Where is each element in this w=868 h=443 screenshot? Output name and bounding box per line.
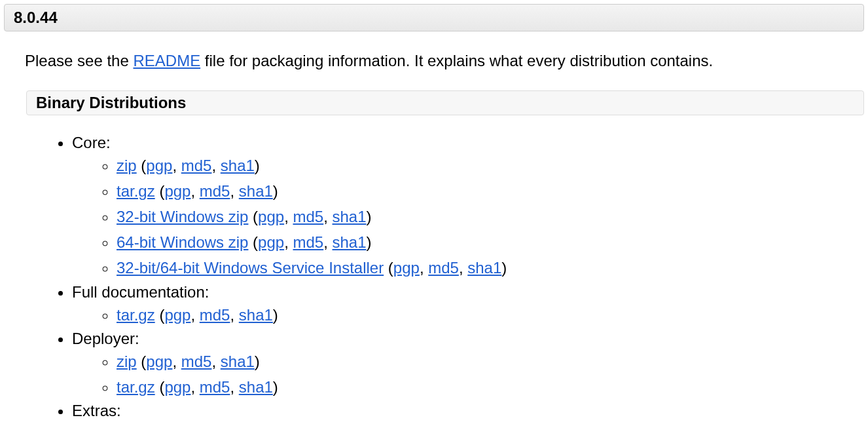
section-header: Binary Distributions (26, 90, 864, 115)
category-extras: Extras: (72, 402, 868, 420)
sig-link-pgp[interactable]: pgp (393, 259, 420, 277)
category-label: Deployer: (72, 330, 139, 347)
download-link[interactable]: tar.gz (117, 378, 155, 396)
list-item: zip (pgp, md5, sha1) (117, 349, 868, 374)
sig-link-md5[interactable]: md5 (200, 182, 230, 200)
sig-link-pgp[interactable]: pgp (164, 378, 190, 396)
sig-link-sha1[interactable]: sha1 (221, 157, 255, 174)
section-title: Binary Distributions (36, 94, 186, 111)
download-link[interactable]: zip (117, 157, 137, 174)
category-full-documentation: Full documentation: tar.gz (pgp, md5, sh… (72, 283, 868, 327)
version-number: 8.0.44 (14, 9, 58, 26)
sig-link-pgp[interactable]: pgp (146, 353, 172, 370)
category-label: Full documentation: (72, 283, 209, 301)
sig-link-md5[interactable]: md5 (293, 233, 323, 251)
download-link[interactable]: 64-bit Windows zip (117, 233, 248, 251)
sig-link-pgp[interactable]: pgp (146, 157, 172, 174)
sig-link-sha1[interactable]: sha1 (221, 353, 255, 370)
sig-link-pgp[interactable]: pgp (164, 306, 190, 324)
sig-link-sha1[interactable]: sha1 (239, 306, 273, 324)
sig-link-md5[interactable]: md5 (181, 353, 212, 370)
sig-link-sha1[interactable]: sha1 (239, 378, 273, 396)
list-item: tar.gz (pgp, md5, sha1) (117, 303, 868, 327)
sig-link-pgp[interactable]: pgp (258, 208, 284, 225)
category-label: Extras: (72, 402, 121, 419)
readme-link[interactable]: README (133, 52, 200, 69)
sig-link-md5[interactable]: md5 (181, 157, 212, 174)
list-item: 64-bit Windows zip (pgp, md5, sha1) (117, 230, 868, 254)
sig-link-sha1[interactable]: sha1 (467, 259, 501, 277)
sig-link-md5[interactable]: md5 (200, 306, 230, 324)
intro-prefix: Please see the (25, 52, 133, 69)
download-link[interactable]: tar.gz (117, 182, 155, 200)
list-item: tar.gz (pgp, md5, sha1) (117, 179, 868, 203)
download-link[interactable]: tar.gz (117, 306, 155, 324)
sig-link-pgp[interactable]: pgp (258, 233, 284, 251)
download-list: zip (pgp, md5, sha1) tar.gz (pgp, md5, s… (90, 349, 868, 399)
category-deployer: Deployer: zip (pgp, md5, sha1) tar.gz (p… (72, 330, 868, 399)
category-core: Core: zip (pgp, md5, sha1) tar.gz (pgp, … (72, 134, 868, 280)
list-item: zip (pgp, md5, sha1) (117, 153, 868, 178)
paren-close: ) (255, 157, 260, 174)
sig-link-md5[interactable]: md5 (200, 378, 230, 396)
download-list: tar.gz (pgp, md5, sha1) (90, 303, 868, 327)
category-label: Core: (72, 134, 111, 151)
download-link[interactable]: 32-bit/64-bit Windows Service Installer (117, 259, 384, 277)
sig-link-md5[interactable]: md5 (293, 208, 323, 225)
download-link[interactable]: 32-bit Windows zip (117, 208, 248, 225)
intro-paragraph: Please see the README file for packaging… (25, 50, 868, 72)
sig-link-sha1[interactable]: sha1 (239, 182, 273, 200)
sig-link-sha1[interactable]: sha1 (333, 233, 367, 251)
sig-link-sha1[interactable]: sha1 (333, 208, 367, 225)
list-item: 32-bit Windows zip (pgp, md5, sha1) (117, 204, 868, 229)
category-list: Core: zip (pgp, md5, sha1) tar.gz (pgp, … (46, 134, 868, 421)
list-item: tar.gz (pgp, md5, sha1) (117, 375, 868, 399)
intro-suffix: file for packaging information. It expla… (200, 52, 713, 69)
version-header: 8.0.44 (4, 4, 864, 31)
sig-link-pgp[interactable]: pgp (164, 182, 190, 200)
list-item: 32-bit/64-bit Windows Service Installer … (117, 256, 868, 280)
sig-link-md5[interactable]: md5 (428, 259, 459, 277)
download-list: zip (pgp, md5, sha1) tar.gz (pgp, md5, s… (90, 153, 868, 280)
download-link[interactable]: zip (117, 353, 137, 370)
